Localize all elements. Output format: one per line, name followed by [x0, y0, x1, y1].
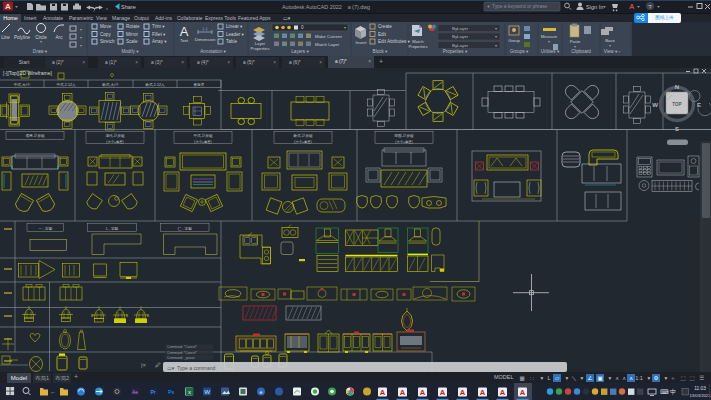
- svg-text:←: ←: [488, 390, 493, 395]
- svg-text:Draw ▾: Draw ▾: [33, 49, 48, 54]
- svg-text:←: ←: [408, 390, 413, 395]
- svg-text:▾: ▾: [80, 27, 82, 32]
- svg-text:▾: ▾: [40, 39, 42, 44]
- svg-text:←: ←: [428, 390, 433, 395]
- svg-text:▾: ▾: [609, 43, 611, 48]
- svg-text:|--|: |--|: [203, 26, 208, 31]
- svg-text:11:03: 11:03: [694, 386, 706, 391]
- svg-text:A: A: [629, 2, 635, 11]
- svg-text:▾: ▾: [495, 26, 497, 31]
- svg-text:←: ←: [50, 389, 56, 395]
- svg-text:ByLayer: ByLayer: [452, 34, 469, 39]
- svg-text:8: 8: [91, 314, 93, 318]
- svg-text:欧式-沙发组: 欧式-沙发组: [293, 133, 313, 138]
- svg-text:一 - 字型: 一 - 字型: [38, 226, 52, 231]
- svg-text:A: A: [400, 388, 406, 397]
- svg-text:A: A: [180, 24, 189, 39]
- svg-text:Insert: Insert: [356, 40, 368, 45]
- svg-text:Modify ▾: Modify ▾: [121, 49, 139, 54]
- svg-text:Line: Line: [1, 35, 10, 40]
- svg-text:▾: ▾: [344, 25, 346, 30]
- svg-text:Annotation ▾: Annotation ▾: [200, 49, 226, 54]
- svg-text:(大小+单座): (大小+单座): [106, 139, 123, 144]
- svg-text:▾: ▾: [80, 35, 82, 40]
- svg-text:W: W: [204, 389, 210, 395]
- svg-text:餐椅类: 餐椅类: [194, 82, 205, 87]
- svg-text:Properties: Properties: [408, 44, 427, 49]
- svg-text:Pr: Pr: [151, 389, 156, 395]
- svg-text:e: e: [259, 389, 262, 395]
- svg-text:8: 8: [126, 314, 128, 318]
- svg-text:Scale: Scale: [126, 39, 138, 44]
- svg-text:▾: ▾: [495, 43, 497, 48]
- svg-text:中式-2-12人: 中式-2-12人: [56, 83, 76, 87]
- svg-text:L - 字型: L - 字型: [106, 226, 119, 231]
- svg-text:Command: _qsave: Command: _qsave: [167, 356, 195, 360]
- svg-text:Edit: Edit: [378, 32, 387, 37]
- svg-text:中: 中: [670, 388, 677, 395]
- svg-text:ByLayer: ByLayer: [452, 26, 469, 31]
- svg-text:TOP: TOP: [672, 102, 681, 107]
- svg-text:←: ←: [528, 390, 533, 395]
- svg-text:13/03/2023: 13/03/2023: [690, 393, 711, 398]
- svg-text:(大小+单座): (大小+单座): [294, 139, 311, 144]
- svg-text:中式-沙发组: 中式-沙发组: [193, 133, 213, 138]
- svg-text:←: ←: [448, 390, 453, 395]
- svg-text:Sign In: Sign In: [586, 4, 603, 10]
- svg-text:W: W: [652, 102, 658, 108]
- svg-text:Properties: Properties: [250, 46, 269, 51]
- svg-text:Trim ▾: Trim ▾: [152, 24, 165, 29]
- svg-text:A: A: [480, 388, 486, 397]
- svg-text:Rotate: Rotate: [126, 24, 140, 29]
- svg-text:A: A: [520, 388, 526, 397]
- svg-text:Arc: Arc: [56, 35, 64, 40]
- svg-text:匚 - 字型: 匚 - 字型: [178, 226, 192, 231]
- svg-text:View ▾ ▫: View ▾ ▫: [604, 49, 621, 54]
- svg-text:Command: *Cancel*: Command: *Cancel*: [167, 345, 198, 349]
- svg-text:Group: Group: [508, 38, 520, 43]
- svg-text:Fillet ▾: Fillet ▾: [152, 32, 166, 37]
- svg-text:Linear ▾: Linear ▾: [226, 24, 243, 29]
- svg-text:欧式-2-12人: 欧式-2-12人: [145, 83, 165, 87]
- svg-text:(大小+单座): (大小+单座): [194, 139, 211, 144]
- svg-text:A: A: [460, 388, 466, 397]
- svg-text:E: E: [697, 102, 701, 108]
- svg-text:[-][Top][2D Wireframe]: [-][Top][2D Wireframe]: [3, 70, 53, 76]
- svg-text:现代-沙发组: 现代-沙发组: [105, 133, 125, 138]
- svg-text:←: ←: [388, 390, 393, 395]
- svg-text:Polyline: Polyline: [14, 35, 31, 40]
- svg-text:中式-大/小: 中式-大/小: [14, 82, 31, 87]
- svg-text:Table: Table: [226, 39, 237, 44]
- svg-text:Properties ▾: Properties ▾: [443, 49, 468, 54]
- svg-text:S: S: [675, 126, 679, 132]
- svg-text:←: ←: [468, 390, 473, 395]
- svg-text:Ae: Ae: [132, 389, 138, 395]
- svg-text:Create: Create: [378, 24, 392, 29]
- svg-text:Type a keyword or phrase: Type a keyword or phrase: [492, 4, 548, 9]
- svg-text:Block ▾: Block ▾: [373, 49, 389, 54]
- svg-text:Make Current: Make Current: [315, 34, 342, 39]
- svg-text:Stretch: Stretch: [100, 39, 115, 44]
- svg-text:欧式-大/小: 欧式-大/小: [102, 82, 119, 87]
- svg-text:x: x: [188, 389, 191, 395]
- svg-text:Text: Text: [180, 38, 189, 43]
- svg-text:通用-沙发组: 通用-沙发组: [25, 133, 45, 138]
- svg-text:Move: Move: [100, 24, 112, 29]
- svg-text:8: 8: [147, 314, 149, 318]
- svg-text:Ps: Ps: [168, 389, 174, 395]
- svg-text:田园-沙发组: 田园-沙发组: [394, 133, 414, 138]
- svg-text:Leader ▾: Leader ▾: [226, 32, 245, 37]
- svg-text:▾: ▾: [495, 34, 497, 39]
- svg-text:Command: *Cancel*: Command: *Cancel*: [167, 351, 198, 355]
- svg-text:Utilities ▾: Utilities ▾: [541, 49, 560, 54]
- svg-text:Copy: Copy: [100, 32, 111, 37]
- svg-text:Groups ▾: Groups ▾: [510, 49, 529, 54]
- svg-text:(大小+单座): (大小+单座): [395, 139, 412, 144]
- svg-text:▾: ▾: [80, 43, 82, 48]
- svg-text:Dimension: Dimension: [195, 37, 216, 42]
- svg-text:A: A: [5, 2, 11, 11]
- svg-text:A: A: [500, 388, 506, 397]
- svg-text:N: N: [675, 84, 679, 90]
- svg-text:ByLayer: ByLayer: [452, 43, 469, 48]
- svg-text:Clipboard: Clipboard: [571, 49, 591, 54]
